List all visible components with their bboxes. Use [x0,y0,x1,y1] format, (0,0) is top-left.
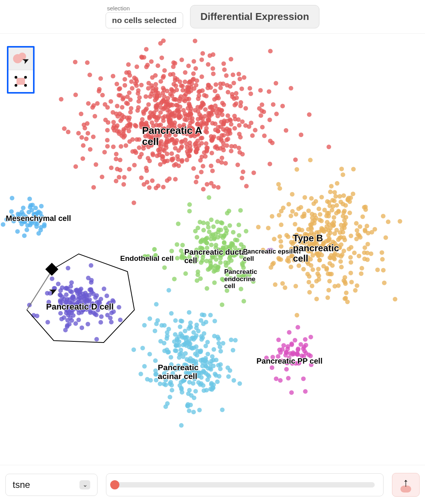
svg-point-1426 [117,305,121,310]
svg-point-1172 [286,234,291,239]
svg-point-995 [212,237,217,241]
svg-point-1326 [328,189,333,194]
svg-point-828 [187,202,192,207]
svg-point-1483 [89,287,93,292]
svg-point-1226 [319,245,324,250]
svg-point-1740 [169,311,174,316]
svg-point-1585 [168,395,172,399]
svg-point-583 [268,118,272,122]
svg-point-511 [114,152,119,156]
svg-point-125 [126,62,131,67]
svg-point-675 [227,128,232,132]
svg-point-518 [205,130,209,135]
svg-point-1698 [208,387,213,391]
svg-point-1387 [27,303,32,307]
svg-point-1236 [317,207,321,211]
svg-point-547 [189,112,193,116]
svg-point-588 [243,106,248,111]
svg-point-1262 [297,234,301,239]
svg-point-254 [173,133,178,137]
svg-point-1156 [381,268,385,273]
svg-point-1152 [363,227,367,232]
svg-point-747 [154,105,158,110]
svg-point-818 [207,195,211,200]
svg-point-737 [145,180,149,184]
svg-point-1454 [64,292,69,297]
svg-point-1057 [342,275,347,280]
recenter-button[interactable]: ↑ [392,473,420,497]
svg-point-1798 [286,344,290,349]
svg-point-29 [118,158,122,162]
svg-point-455 [105,138,110,142]
svg-point-1809 [296,325,300,329]
svg-point-539 [149,59,154,64]
svg-point-858 [218,260,223,265]
svg-point-393 [90,105,95,110]
selection-status[interactable]: no cells selected [106,12,183,28]
svg-point-1744 [188,324,192,329]
svg-point-1291 [354,221,359,226]
embedding-scatter-plot[interactable]: ➤ Pancreatic A cellMesenchymal cellEndot… [0,34,425,465]
svg-point-1087 [332,215,336,220]
svg-point-233 [102,150,107,155]
svg-point-977 [175,242,179,247]
svg-point-1436 [50,277,55,281]
svg-point-1521 [153,358,158,363]
svg-point-1011 [239,287,243,291]
svg-point-462 [187,103,192,107]
svg-point-1258 [326,272,330,276]
svg-point-724 [149,142,154,146]
svg-point-461 [146,156,150,161]
svg-point-1488 [31,313,36,318]
svg-point-703 [222,61,226,66]
svg-point-176 [194,180,198,184]
svg-point-456 [114,179,118,183]
svg-point-157 [136,99,141,104]
svg-point-1461 [52,286,56,291]
svg-point-653 [66,130,71,134]
svg-point-936 [243,256,247,261]
svg-point-935 [241,248,246,253]
svg-point-589 [112,124,116,128]
svg-point-1045 [355,228,359,233]
slider-thumb[interactable] [110,480,119,489]
svg-point-467 [112,128,117,133]
point-size-slider[interactable] [106,473,384,496]
svg-point-1214 [289,214,293,218]
svg-point-1083 [310,284,314,288]
svg-point-395 [179,58,184,62]
svg-point-159 [195,175,199,180]
svg-point-591 [150,152,155,156]
embedding-select[interactable]: tsne ⌄ [5,474,98,496]
svg-point-1017 [349,271,353,275]
svg-point-630 [267,89,271,94]
svg-point-1237 [332,257,337,262]
svg-point-973 [221,236,225,240]
svg-point-814 [142,254,147,259]
svg-point-1719 [162,323,167,328]
svg-point-934 [215,219,220,224]
svg-point-677 [86,101,91,106]
svg-point-706 [141,122,146,127]
svg-point-965 [198,277,203,281]
svg-point-1804 [270,365,275,370]
svg-point-710 [234,101,238,106]
svg-point-1611 [148,378,153,383]
svg-point-1650 [212,319,217,323]
svg-point-477 [179,146,184,150]
top-bar: selection no cells selected Differential… [0,0,425,34]
svg-point-1705 [163,383,168,387]
svg-point-108 [120,105,124,110]
svg-point-1219 [345,300,350,304]
svg-point-1493 [84,293,89,298]
svg-point-1210 [318,258,322,262]
svg-point-725 [172,120,177,125]
differential-expression-button[interactable]: Differential Expression [190,5,319,28]
svg-point-505 [225,143,229,148]
svg-point-1455 [105,313,110,318]
svg-point-541 [173,177,178,181]
svg-point-645 [229,149,233,153]
svg-point-644 [190,119,195,124]
svg-point-986 [198,240,203,244]
svg-point-848 [225,272,230,277]
